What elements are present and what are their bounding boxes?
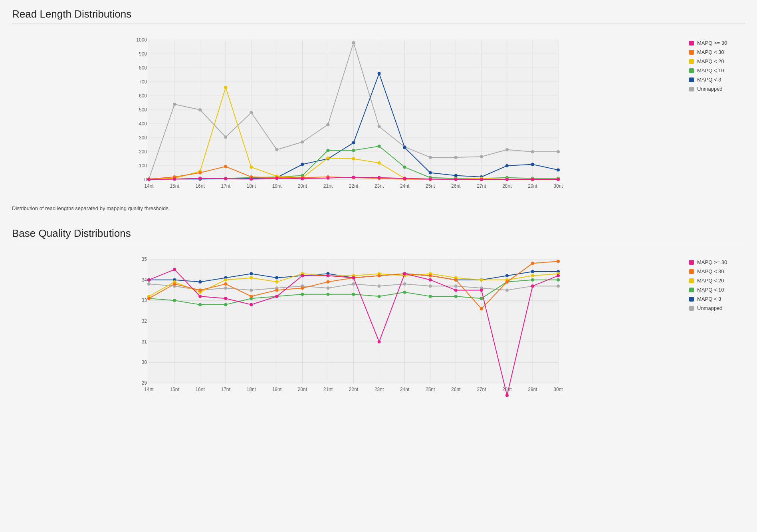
series-dot — [531, 262, 534, 265]
x-label: 26nt — [451, 183, 461, 189]
series-dot — [224, 135, 227, 139]
legend-label: MAPQ < 3 — [697, 77, 721, 83]
series-dot — [250, 166, 253, 169]
x-label: 27nt — [477, 387, 486, 392]
legend-label: MAPQ < 20 — [697, 278, 724, 284]
series-dot — [505, 164, 509, 167]
series-dot — [147, 282, 151, 286]
series-dot — [198, 280, 202, 284]
series-dot — [429, 171, 432, 175]
series-dot — [454, 295, 458, 298]
base-quality-chart-container: 2930313233343514nt15nt16nt17nt18nt19nt20… — [12, 251, 745, 405]
series-dot — [557, 278, 560, 282]
series-dot — [173, 282, 176, 286]
legend-color — [689, 297, 694, 302]
series-dot — [352, 149, 355, 152]
series-dot — [326, 157, 329, 160]
base-quality-title: Base Quality Distributions — [12, 227, 745, 243]
series-dot — [505, 274, 509, 277]
series-dot — [378, 295, 381, 298]
x-label: 16nt — [195, 183, 205, 189]
series-dot — [429, 156, 432, 159]
x-label: 17nt — [221, 183, 231, 189]
read-length-description: Distribution of read lengths separated b… — [12, 205, 745, 211]
series-dot — [147, 278, 151, 282]
base-quality-section: Base Quality Distributions 2930313233343… — [12, 227, 745, 405]
x-label: 18nt — [247, 183, 256, 189]
series-dot — [454, 174, 458, 177]
legend-label: MAPQ < 10 — [697, 287, 724, 293]
x-label: 23nt — [375, 387, 384, 392]
legend-item: MAPQ < 10 — [689, 67, 745, 73]
series-dot — [250, 111, 253, 114]
legend-color — [689, 59, 694, 64]
y-label: 33 — [142, 298, 147, 303]
series-dot — [275, 280, 278, 284]
series-dot — [531, 178, 534, 181]
series-dot — [480, 278, 483, 282]
series-dot — [275, 177, 278, 180]
legend-label: MAPQ < 30 — [697, 268, 724, 274]
series-dot — [326, 286, 329, 290]
x-label: 20nt — [298, 387, 307, 392]
x-label: 15nt — [170, 183, 179, 189]
y-label: 35 — [142, 256, 147, 262]
series-dot — [173, 299, 176, 302]
series-dot — [454, 156, 458, 159]
series-dot — [301, 141, 304, 144]
series-dot — [250, 295, 253, 298]
y-label: 400 — [139, 121, 147, 127]
series-dot — [352, 276, 355, 280]
x-label: 15nt — [170, 387, 179, 392]
legend-item: MAPQ >= 30 — [689, 40, 745, 46]
legend-item: MAPQ < 30 — [689, 268, 745, 274]
series-dot — [480, 297, 483, 300]
y-label: 32 — [142, 318, 147, 324]
x-label: 22nt — [349, 183, 359, 189]
legend-item: Unmapped — [689, 86, 745, 92]
legend-item: Unmapped — [689, 305, 745, 311]
series-dot — [198, 177, 202, 180]
x-label: 29nt — [528, 183, 537, 189]
series-dot — [224, 165, 227, 168]
series-dot — [531, 163, 534, 166]
series-dot — [454, 278, 458, 282]
series-dot — [531, 278, 534, 282]
legend-item: MAPQ < 30 — [689, 49, 745, 55]
legend-color — [689, 306, 694, 311]
x-label: 20nt — [298, 183, 307, 189]
series-dot — [224, 282, 227, 286]
series-dot — [326, 280, 329, 284]
series-dot — [378, 340, 381, 343]
x-label: 27nt — [477, 183, 486, 189]
legend-color — [689, 269, 694, 274]
x-label: 17nt — [221, 387, 231, 392]
series-dot — [250, 276, 253, 280]
series-dot — [454, 289, 458, 292]
read-length-legend: MAPQ >= 30MAPQ < 30MAPQ < 20MAPQ < 10MAP… — [689, 32, 745, 92]
y-label: 800 — [139, 65, 147, 71]
series-dot — [326, 274, 329, 277]
legend-item: MAPQ < 10 — [689, 287, 745, 293]
y-label: 500 — [139, 107, 147, 113]
series-dot — [224, 177, 227, 180]
series-dot — [275, 148, 278, 151]
x-label: 24nt — [400, 387, 410, 392]
legend-item: MAPQ < 3 — [689, 296, 745, 302]
series-dot — [480, 155, 483, 158]
x-label: 18nt — [247, 387, 256, 392]
legend-color — [689, 50, 694, 55]
y-label: 0 — [144, 177, 147, 183]
series-dot — [173, 177, 176, 181]
y-label: 200 — [139, 149, 147, 155]
y-label: 100 — [139, 163, 147, 169]
series-dot — [429, 274, 432, 277]
series-dot — [250, 303, 253, 306]
read-length-svg: 0100200300400500600700800900100014nt15nt… — [12, 32, 681, 200]
series-dot — [505, 148, 509, 151]
series-dot — [429, 177, 432, 181]
y-label: 29 — [142, 380, 147, 386]
x-label: 25nt — [426, 183, 435, 189]
series-dot — [250, 177, 253, 181]
series-dot — [301, 177, 304, 180]
